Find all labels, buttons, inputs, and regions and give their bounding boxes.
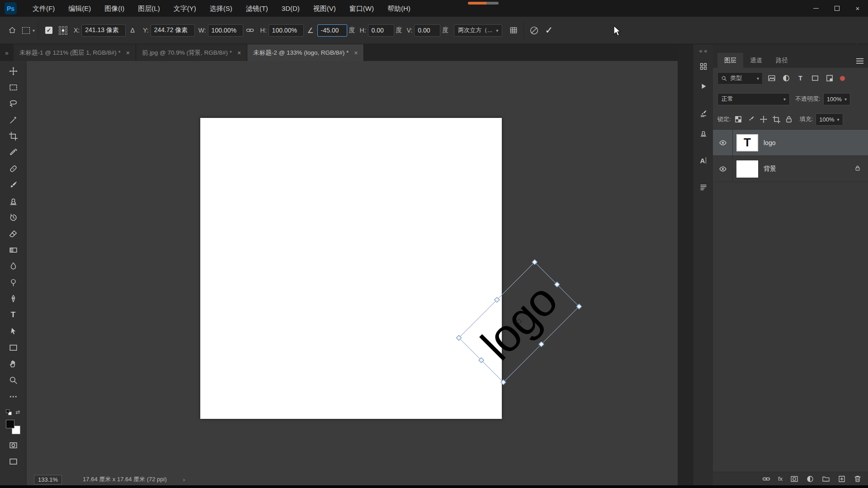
properties-panel-icon[interactable] xyxy=(693,59,713,74)
lock-artboard-icon[interactable] xyxy=(771,114,782,125)
layer-thumbnail-background[interactable] xyxy=(736,160,758,178)
rectangular-marquee-tool[interactable] xyxy=(0,79,27,95)
document-tab-1[interactable]: 未标题-1 @ 121% (图层 1, RGB/8#) * × xyxy=(14,44,136,61)
menu-type[interactable]: 文字(Y) xyxy=(167,0,203,17)
lock-all-icon[interactable] xyxy=(783,114,794,125)
character-panel-icon[interactable]: A xyxy=(693,153,713,168)
background-lock-icon[interactable] xyxy=(854,165,861,173)
transform-reference-point[interactable] xyxy=(515,318,523,327)
menu-filter[interactable]: 滤镜(T) xyxy=(239,0,275,17)
shape-layer-filter-icon[interactable] xyxy=(809,73,821,84)
x-position-input[interactable]: 241.13 像素 xyxy=(81,24,126,37)
move-tool[interactable] xyxy=(0,63,27,79)
layer-style-icon[interactable]: fx xyxy=(778,475,783,482)
fill-dropdown[interactable]: 100% ▾ xyxy=(816,113,843,126)
menu-edit[interactable]: 编辑(E) xyxy=(61,0,98,17)
healing-brush-tool[interactable] xyxy=(0,160,27,177)
opacity-dropdown[interactable]: 100% ▾ xyxy=(823,93,850,105)
relative-position-icon[interactable]: Δ xyxy=(126,23,139,38)
actions-panel-icon[interactable] xyxy=(693,79,713,94)
layer-filter-type-dropdown[interactable]: 类型 ▾ xyxy=(717,72,763,84)
type-layer-filter-icon[interactable]: T xyxy=(795,73,806,84)
brush-tool[interactable] xyxy=(0,177,27,193)
menu-select[interactable]: 选择(S) xyxy=(203,0,239,17)
reference-point-checkbox[interactable]: ✓ xyxy=(45,27,52,34)
maximize-button[interactable] xyxy=(826,0,847,17)
new-group-icon[interactable] xyxy=(822,475,830,483)
blend-mode-dropdown[interactable]: 正常 ▾ xyxy=(717,93,790,105)
document-canvas[interactable]: logo xyxy=(200,118,502,419)
adjustment-layer-filter-icon[interactable] xyxy=(780,73,792,84)
layer-filter-toggle[interactable] xyxy=(840,76,845,81)
layer-visibility-toggle[interactable] xyxy=(713,130,733,155)
lock-transparency-icon[interactable] xyxy=(733,114,744,125)
menu-help[interactable]: 帮助(H) xyxy=(381,0,417,17)
zoom-level-input[interactable]: 133.1% xyxy=(34,475,62,484)
quick-mask-icon[interactable] xyxy=(0,437,27,453)
tab-paths[interactable]: 路径 xyxy=(769,53,795,68)
transform-handle-top-right[interactable] xyxy=(532,259,538,265)
reference-point-locator[interactable] xyxy=(59,26,67,35)
height-scale-input[interactable]: 100.00% xyxy=(269,24,304,37)
menu-file[interactable]: 文件(F) xyxy=(26,0,61,17)
pixel-layer-filter-icon[interactable] xyxy=(766,73,777,84)
brush-settings-panel-icon[interactable] xyxy=(693,106,713,121)
layer-row-logo[interactable]: T logo xyxy=(713,130,868,156)
menu-window[interactable]: 窗口(W) xyxy=(343,0,381,17)
new-adjustment-layer-icon[interactable] xyxy=(806,475,814,483)
edit-toolbar-icon[interactable]: ⋯ xyxy=(0,388,27,404)
swap-colors-icon[interactable]: ⇄ xyxy=(15,409,20,415)
screen-mode-icon[interactable] xyxy=(0,453,27,469)
width-scale-input[interactable]: 100.00% xyxy=(208,24,243,37)
interpolation-dropdown[interactable]: 两次立方（... ▾ xyxy=(454,24,502,37)
new-layer-icon[interactable] xyxy=(838,475,846,483)
transform-handle-bottom-left[interactable] xyxy=(500,380,506,385)
lock-position-icon[interactable] xyxy=(758,114,769,125)
panel-collapse-icon[interactable]: « « xyxy=(693,45,713,56)
tab-close-icon[interactable]: × xyxy=(354,49,358,56)
clone-source-panel-icon[interactable] xyxy=(693,126,713,141)
menu-3d[interactable]: 3D(D) xyxy=(275,0,307,17)
toolbar-collapse-icon[interactable]: » xyxy=(0,44,14,61)
transform-handle-middle-left[interactable] xyxy=(478,357,484,363)
menu-layer[interactable]: 图层(L) xyxy=(131,0,166,17)
transform-handle-top-middle[interactable] xyxy=(494,297,500,303)
foreground-color-swatch[interactable] xyxy=(6,420,14,428)
lock-pixels-icon[interactable] xyxy=(745,114,756,125)
add-layer-mask-icon[interactable] xyxy=(790,475,798,483)
delete-layer-icon[interactable] xyxy=(854,475,862,483)
document-tab-3-active[interactable]: 未标题-2 @ 133% (logo, RGB/8#) * × xyxy=(247,44,364,61)
lasso-tool[interactable] xyxy=(0,95,27,112)
crop-tool[interactable] xyxy=(0,128,27,144)
eraser-tool[interactable] xyxy=(0,225,27,242)
tab-channels[interactable]: 通道 xyxy=(743,53,769,68)
foreground-background-swatches[interactable] xyxy=(6,420,20,434)
tab-close-icon[interactable]: × xyxy=(237,49,241,56)
default-colors-icon[interactable] xyxy=(6,409,12,415)
close-button[interactable]: × xyxy=(847,0,868,17)
link-dimensions-icon[interactable] xyxy=(243,23,257,38)
history-brush-tool[interactable] xyxy=(0,209,27,225)
paragraph-panel-icon[interactable] xyxy=(693,180,713,195)
path-selection-tool[interactable] xyxy=(0,323,27,339)
tool-preset-icon[interactable] xyxy=(19,23,33,38)
free-transform-bounding-box[interactable]: logo xyxy=(458,262,579,382)
object-selection-tool[interactable] xyxy=(0,112,27,128)
pen-tool[interactable] xyxy=(0,291,27,307)
v-skew-input[interactable]: 0.00 xyxy=(414,24,440,37)
cancel-transform-icon[interactable] xyxy=(527,23,541,38)
smart-object-filter-icon[interactable] xyxy=(824,73,835,84)
layer-visibility-toggle[interactable] xyxy=(713,156,733,182)
link-layers-icon[interactable] xyxy=(762,475,770,483)
menu-image[interactable]: 图像(I) xyxy=(98,0,131,17)
tab-layers[interactable]: 图层 xyxy=(717,53,743,68)
gradient-tool[interactable] xyxy=(0,242,27,258)
document-tab-2[interactable]: 前.jpg @ 70.9% (背景, RGB/8#) * × xyxy=(136,44,247,61)
menu-view[interactable]: 视图(V) xyxy=(307,0,343,17)
minimize-button[interactable] xyxy=(806,0,826,17)
status-options-chevron-icon[interactable]: › xyxy=(183,476,185,483)
panel-menu-icon[interactable] xyxy=(856,58,863,64)
warp-mode-toggle-icon[interactable] xyxy=(507,23,520,38)
clone-stamp-tool[interactable] xyxy=(0,193,27,209)
layer-thumbnail-type[interactable]: T xyxy=(736,134,758,151)
